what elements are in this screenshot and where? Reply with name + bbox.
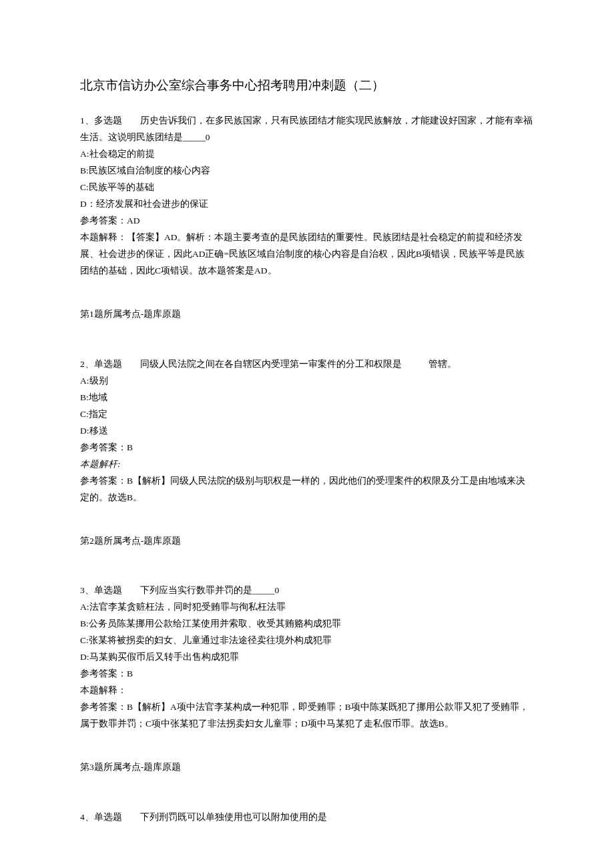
page-content: 北京市信访办公室综合事务中心招考聘用冲刺题（二） 1、多选题 历史告诉我们，在多… [0,0,614,868]
q1-option-a: A:社会稳定的前提 [80,146,534,163]
q3-option-d: D:马某购买假币后又转手出售构成犯罪 [80,649,534,666]
q2-option-c: C:指定 [80,406,534,423]
q1-answer-label: 参考答案：AD [80,213,534,230]
q1-option-d: D：经济发展和社会进步的保证 [80,196,534,213]
q1-topic: 第1题所属考点-题库原题 [80,306,534,323]
document-title: 北京市信访办公室综合事务中心招考聘用冲刺题（二） [80,73,534,97]
q3-option-b: B:公务员陈某挪用公款给江某使用并索取、收受其贿赂构成犯罪 [80,616,534,632]
q3-header: 3、单选题 下列应当实行数罪并罚的是_____0 [80,582,534,599]
question-2: 2、单选题 同级人民法院之间在各自辖区内受理第一审案件的分工和权限是 管辖。 A… [80,356,534,550]
question-1: 1、多选题 历史告诉我们，在多民族国家，只有民族团结才能实现民族解放，才能建设好… [80,113,534,323]
q3-explain-label: 本题解释： [80,683,534,699]
q3-option-a: A:法官李某贪赃枉法，同时犯受贿罪与徇私枉法罪 [80,599,534,616]
q2-option-a: A:级别 [80,373,534,390]
q3-option-c: C:张某将被拐卖的妇女、儿童通过非法途径卖往境外构成犯罪 [80,632,534,649]
q2-explanation: 参考答案：B【解析】同级人民法院的级别与职权是一样的，因此他们的受理案件的权限及… [80,473,534,506]
q4-header: 4、单选题 下列刑罚既可以单独使用也可以附加使用的是 [80,809,534,826]
q3-answer-label: 参考答案：B [80,666,534,683]
q2-option-b: B:地域 [80,390,534,406]
q1-option-b: B:民族区域自治制度的核心内容 [80,163,534,179]
q2-topic: 第2题所属考点-题库原题 [80,533,534,550]
q2-header: 2、单选题 同级人民法院之间在各自辖区内受理第一审案件的分工和权限是 管辖。 [80,356,534,373]
q1-explanation: 本题解释：【答案】AD。解析：本题主要考查的是民族团结的重要性。民族团结是社会稳… [80,230,534,280]
q3-topic: 第3题所属考点-题库原题 [80,759,534,776]
q1-header: 1、多选题 历史告诉我们，在多民族国家，只有民族团结才能实现民族解放，才能建设好… [80,113,534,146]
q3-explanation: 参考答案：B【解析】A项中法官李某构成一种犯罪，即受贿罪；B项中陈某既犯了挪用公… [80,699,534,733]
q1-option-c: C:民族平等的基础 [80,179,534,196]
question-3: 3、单选题 下列应当实行数罪并罚的是_____0 A:法官李某贪赃枉法，同时犯受… [80,582,534,776]
question-4: 4、单选题 下列刑罚既可以单独使用也可以附加使用的是 [80,809,534,826]
q2-option-d: D:移送 [80,423,534,440]
q2-answer-label: 参考答案：B [80,440,534,456]
q2-explain-label: 本题解杆: [80,456,534,473]
